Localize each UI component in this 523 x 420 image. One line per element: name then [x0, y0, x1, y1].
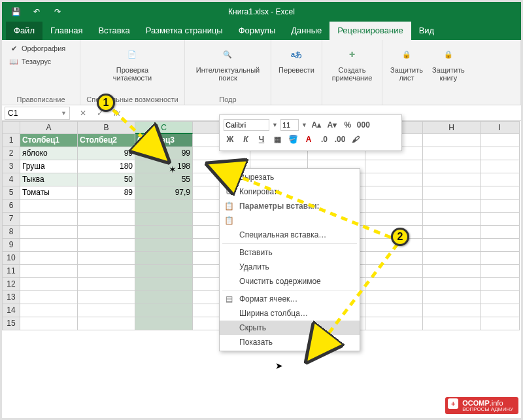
percent-icon[interactable]: %	[341, 118, 354, 131]
spelling-label: Орфография	[22, 44, 65, 52]
cell[interactable]: 99	[78, 147, 135, 160]
tab-formulas[interactable]: Формулы	[231, 22, 284, 40]
menu-paste-option-default[interactable]: 📋	[220, 213, 360, 228]
menu-clear-contents[interactable]: Очистить содержимое	[220, 274, 360, 289]
chevron-down-icon[interactable]: ▼	[301, 122, 307, 128]
tab-insert[interactable]: Вставка	[90, 22, 137, 40]
row-header[interactable]: 1	[2, 134, 20, 147]
menu-paste-special[interactable]: Специальная вставка…	[220, 228, 360, 242]
increase-font-icon[interactable]: A▴	[310, 118, 323, 131]
redo-icon: ↷	[54, 7, 61, 16]
undo-button[interactable]: ↶	[28, 5, 45, 19]
cancel-formula-button[interactable]: ✕	[76, 109, 90, 118]
lock-icon: 🔒	[396, 44, 417, 65]
menu-show[interactable]: Показать	[220, 335, 360, 349]
format-painter-icon[interactable]: 🖌	[349, 133, 362, 146]
font-family-select[interactable]	[224, 119, 269, 131]
protect-workbook-button[interactable]: 🔒 Защитить книгу	[430, 43, 467, 83]
cell[interactable]: 97,9	[135, 186, 193, 200]
smart-lookup-button[interactable]: 🔍 Интеллектуальный поиск	[194, 43, 262, 83]
row-header[interactable]: 3	[2, 160, 20, 173]
row-header[interactable]: 6	[2, 200, 20, 213]
tab-data[interactable]: Данные	[283, 22, 329, 40]
row-header[interactable]: 12	[2, 278, 20, 291]
row-header[interactable]: 13	[2, 291, 20, 304]
cell[interactable]: 198	[135, 160, 193, 173]
menu-copy[interactable]: ⧉Копировать	[220, 184, 360, 199]
row-header[interactable]: 11	[2, 265, 20, 278]
row-header[interactable]: 9	[2, 239, 20, 252]
menu-hide[interactable]: Скрыть	[220, 321, 360, 335]
mini-toolbar[interactable]: ▼ ▼ A▴ A▾ % 000 Ж К Ч ▦ 🪣 A .0 .00 🖌	[219, 114, 402, 151]
cell[interactable]: Столбец3	[135, 134, 193, 147]
spelling-icon: ✔	[8, 43, 19, 54]
cell[interactable]: 180	[78, 160, 135, 173]
row-header[interactable]: 10	[2, 252, 20, 265]
tab-view[interactable]: Вид	[411, 22, 443, 40]
chevron-down-icon[interactable]: ▼	[272, 122, 278, 128]
thesaurus-button[interactable]: 📖 Тезаурус	[7, 56, 67, 67]
name-box[interactable]: C1 ▼	[5, 107, 70, 120]
cell[interactable]: 89	[78, 186, 135, 200]
format-icon: ▤	[224, 294, 234, 304]
row-header[interactable]: 14	[2, 304, 20, 317]
underline-button[interactable]: Ч	[255, 133, 268, 146]
row-header[interactable]: 15	[2, 317, 20, 330]
cell[interactable]: яблоко	[20, 147, 78, 160]
translate-button[interactable]: aあ Перевести	[277, 43, 316, 75]
menu-separator	[222, 243, 357, 244]
quick-access-toolbar: 💾 ↶ ↷	[2, 5, 66, 19]
menu-insert[interactable]: Вставить	[220, 245, 360, 260]
ribbon-group-accessibility: 📄 Проверка читаемости Специальные возмож…	[80, 40, 185, 105]
fill-color-icon[interactable]: 🪣	[286, 133, 299, 146]
comma-icon[interactable]: 000	[357, 118, 370, 131]
font-color-icon[interactable]: A	[302, 133, 315, 146]
border-icon[interactable]: ▦	[271, 133, 284, 146]
decrease-decimal-icon[interactable]: .0	[318, 133, 331, 146]
row-header[interactable]: 5	[2, 186, 20, 200]
watermark-badge: + OCOMP.info ВОПРОСЫ АДМИНУ	[445, 397, 518, 414]
clipboard-icon: 📋	[224, 215, 234, 226]
menu-format-cells[interactable]: ▤Формат ячеек…	[220, 292, 360, 306]
row-header[interactable]: 8	[2, 226, 20, 239]
cell[interactable]: Столбец2	[78, 134, 135, 147]
save-button[interactable]: 💾	[7, 5, 24, 19]
column-header-c[interactable]: C	[135, 121, 193, 134]
cell[interactable]: Томаты	[20, 186, 78, 200]
menu-delete[interactable]: Удалить	[220, 260, 360, 274]
row-header[interactable]: 4	[2, 173, 20, 186]
column-header-i[interactable]: I	[481, 121, 520, 134]
bold-button[interactable]: Ж	[224, 133, 237, 146]
menu-cut[interactable]: ✂Вырезать	[220, 170, 360, 184]
cell[interactable]: 50	[78, 173, 135, 186]
select-all-corner[interactable]	[2, 121, 20, 134]
increase-decimal-icon[interactable]: .00	[333, 133, 346, 146]
cell[interactable]: Груша	[20, 160, 78, 173]
italic-button[interactable]: К	[239, 133, 252, 146]
menu-paste-options: 📋Параметры вставки:	[220, 199, 360, 213]
column-header-h[interactable]: H	[423, 121, 481, 134]
cell[interactable]: 99	[135, 147, 193, 160]
lock-book-icon: 🔒	[438, 44, 459, 65]
column-header-b[interactable]: B	[78, 121, 135, 134]
translate-label: Перевести	[278, 66, 314, 74]
menu-column-width[interactable]: Ширина столбца…	[220, 306, 360, 321]
protect-sheet-button[interactable]: 🔒 Защитить лист	[388, 43, 426, 83]
font-size-select[interactable]	[280, 119, 299, 131]
tab-page-layout[interactable]: Разметка страницы	[138, 22, 231, 40]
tab-home[interactable]: Главная	[42, 22, 90, 40]
fx-button[interactable]: fx	[110, 109, 124, 118]
row-header[interactable]: 2	[2, 147, 20, 160]
cell[interactable]: Столбец1	[20, 134, 78, 147]
spelling-button[interactable]: ✔ Орфография	[7, 43, 67, 54]
save-icon: 💾	[11, 7, 21, 16]
check-accessibility-button[interactable]: 📄 Проверка читаемости	[110, 43, 154, 83]
row-header[interactable]: 7	[2, 213, 20, 226]
decrease-font-icon[interactable]: A▾	[326, 118, 339, 131]
new-comment-button[interactable]: ✚ Создать примечание	[329, 43, 375, 83]
tab-review[interactable]: Рецензирование	[329, 22, 411, 40]
redo-button[interactable]: ↷	[49, 5, 66, 19]
column-header-a[interactable]: A	[20, 121, 78, 134]
cell[interactable]: Тыква	[20, 173, 78, 186]
tab-file[interactable]: Файл	[6, 22, 42, 40]
